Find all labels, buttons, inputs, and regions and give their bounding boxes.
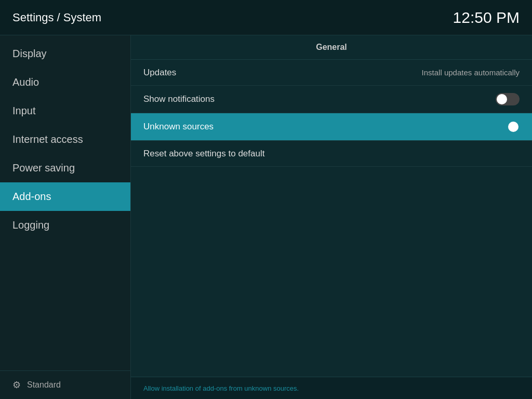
settings-list: UpdatesInstall updates automaticallyShow… xyxy=(131,60,532,167)
sidebar-item-audio[interactable]: Audio xyxy=(0,68,130,97)
content-area: General UpdatesInstall updates automatic… xyxy=(131,35,532,399)
sidebar-item-power-saving[interactable]: Power saving xyxy=(0,154,130,182)
page-title: Settings / System xyxy=(12,11,101,24)
row-label-unknown-sources: Unknown sources xyxy=(143,122,214,132)
toggle-knob-unknown-sources xyxy=(508,122,518,132)
settings-row-reset-settings[interactable]: Reset above settings to default xyxy=(131,141,532,167)
row-label-reset-settings: Reset above settings to default xyxy=(143,149,264,159)
row-value-updates: Install updates automatically xyxy=(422,68,520,77)
toggle-show-notifications[interactable] xyxy=(496,93,520,105)
sidebar-item-input[interactable]: Input xyxy=(0,97,130,125)
sidebar-item-add-ons[interactable]: Add-ons xyxy=(0,182,130,211)
content-footer: Allow installation of add-ons from unkno… xyxy=(131,377,532,399)
sidebar-nav: DisplayAudioInputInternet accessPower sa… xyxy=(0,35,130,370)
sidebar-item-internet-access[interactable]: Internet access xyxy=(0,125,130,154)
settings-row-updates[interactable]: UpdatesInstall updates automatically xyxy=(131,60,532,86)
clock: 12:50 PM xyxy=(453,9,520,26)
sidebar-footer: ⚙ Standard xyxy=(0,370,130,399)
settings-row-unknown-sources[interactable]: Unknown sources xyxy=(131,113,532,141)
sidebar-item-display[interactable]: Display xyxy=(0,39,130,68)
content-inner: General UpdatesInstall updates automatic… xyxy=(131,35,532,377)
sidebar: DisplayAudioInputInternet accessPower sa… xyxy=(0,35,131,399)
row-label-updates: Updates xyxy=(143,68,176,78)
settings-row-show-notifications[interactable]: Show notifications xyxy=(131,86,532,113)
hint-text: Allow installation of add-ons from unkno… xyxy=(143,384,299,392)
main-layout: DisplayAudioInputInternet accessPower sa… xyxy=(0,35,532,399)
sidebar-item-logging[interactable]: Logging xyxy=(0,211,130,240)
section-header: General xyxy=(131,35,532,60)
gear-icon: ⚙ xyxy=(12,379,21,391)
header: Settings / System 12:50 PM xyxy=(0,0,532,35)
toggle-knob-show-notifications xyxy=(497,94,507,104)
toggle-unknown-sources[interactable] xyxy=(496,121,520,133)
sidebar-footer-label: Standard xyxy=(27,380,61,390)
row-label-show-notifications: Show notifications xyxy=(143,94,215,104)
